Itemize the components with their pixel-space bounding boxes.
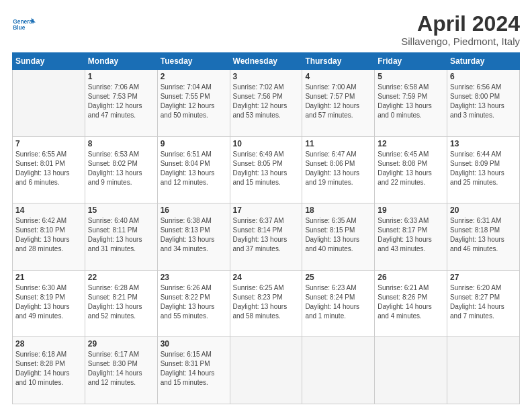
day-info: Sunrise: 6:18 AM Sunset: 8:28 PM Dayligh… bbox=[15, 350, 82, 387]
day-info: Sunrise: 6:56 AM Sunset: 8:00 PM Dayligh… bbox=[450, 83, 517, 120]
table-row: 14Sunrise: 6:42 AM Sunset: 8:10 PM Dayli… bbox=[13, 203, 85, 271]
page-subtitle: Sillavengo, Piedmont, Italy bbox=[401, 36, 520, 47]
day-number: 24 bbox=[233, 273, 300, 282]
day-info: Sunrise: 6:53 AM Sunset: 8:02 PM Dayligh… bbox=[88, 150, 154, 187]
table-row: 25Sunrise: 6:23 AM Sunset: 8:24 PM Dayli… bbox=[302, 270, 375, 337]
table-row: 26Sunrise: 6:21 AM Sunset: 8:26 PM Dayli… bbox=[375, 270, 447, 337]
day-info: Sunrise: 6:20 AM Sunset: 8:27 PM Dayligh… bbox=[450, 283, 517, 321]
day-number: 27 bbox=[450, 273, 517, 282]
table-row: 30Sunrise: 6:15 AM Sunset: 8:31 PM Dayli… bbox=[157, 337, 230, 404]
table-row: 10Sunrise: 6:49 AM Sunset: 8:05 PM Dayli… bbox=[230, 136, 302, 203]
day-info: Sunrise: 6:38 AM Sunset: 8:13 PM Dayligh… bbox=[161, 216, 227, 254]
day-number: 12 bbox=[378, 139, 444, 148]
col-wednesday: Wednesday bbox=[230, 53, 302, 70]
table-row bbox=[230, 337, 302, 404]
day-info: Sunrise: 6:44 AM Sunset: 8:09 PM Dayligh… bbox=[450, 150, 517, 187]
table-row: 29Sunrise: 6:17 AM Sunset: 8:30 PM Dayli… bbox=[85, 337, 157, 404]
day-info: Sunrise: 6:49 AM Sunset: 8:05 PM Dayligh… bbox=[233, 150, 300, 187]
day-number: 14 bbox=[15, 205, 82, 215]
day-number: 2 bbox=[161, 72, 227, 81]
day-number: 13 bbox=[450, 139, 517, 148]
day-info: Sunrise: 6:26 AM Sunset: 8:22 PM Dayligh… bbox=[161, 283, 227, 321]
table-row: 22Sunrise: 6:28 AM Sunset: 8:21 PM Dayli… bbox=[85, 270, 157, 337]
day-number: 22 bbox=[88, 273, 154, 282]
day-info: Sunrise: 6:21 AM Sunset: 8:26 PM Dayligh… bbox=[378, 283, 444, 321]
day-info: Sunrise: 6:23 AM Sunset: 8:24 PM Dayligh… bbox=[305, 283, 371, 321]
table-row: 8Sunrise: 6:53 AM Sunset: 8:02 PM Daylig… bbox=[85, 136, 157, 203]
table-row: 20Sunrise: 6:31 AM Sunset: 8:18 PM Dayli… bbox=[447, 203, 520, 271]
table-row: 21Sunrise: 6:30 AM Sunset: 8:19 PM Dayli… bbox=[13, 270, 85, 337]
table-row bbox=[13, 70, 85, 137]
col-monday: Monday bbox=[85, 53, 157, 70]
day-number: 16 bbox=[161, 205, 227, 215]
table-row: 17Sunrise: 6:37 AM Sunset: 8:14 PM Dayli… bbox=[230, 203, 302, 271]
day-number: 17 bbox=[233, 205, 300, 215]
day-info: Sunrise: 6:25 AM Sunset: 8:23 PM Dayligh… bbox=[233, 283, 300, 321]
day-number: 26 bbox=[378, 273, 444, 282]
table-row: 28Sunrise: 6:18 AM Sunset: 8:28 PM Dayli… bbox=[13, 337, 85, 404]
day-info: Sunrise: 7:00 AM Sunset: 7:57 PM Dayligh… bbox=[305, 83, 371, 120]
day-number: 3 bbox=[233, 72, 300, 81]
day-info: Sunrise: 6:17 AM Sunset: 8:30 PM Dayligh… bbox=[88, 350, 154, 387]
day-number: 1 bbox=[88, 72, 154, 81]
day-info: Sunrise: 6:15 AM Sunset: 8:31 PM Dayligh… bbox=[161, 350, 227, 387]
day-info: Sunrise: 6:42 AM Sunset: 8:10 PM Dayligh… bbox=[15, 216, 82, 254]
day-info: Sunrise: 6:40 AM Sunset: 8:11 PM Dayligh… bbox=[88, 216, 154, 254]
day-number: 11 bbox=[305, 139, 371, 148]
day-number: 21 bbox=[15, 273, 82, 282]
col-friday: Friday bbox=[375, 53, 447, 70]
page: General Blue April 2024 Sillavengo, Pied… bbox=[0, 0, 532, 411]
table-row: 1Sunrise: 7:06 AM Sunset: 7:53 PM Daylig… bbox=[85, 70, 157, 137]
table-row: 6Sunrise: 6:56 AM Sunset: 8:00 PM Daylig… bbox=[447, 70, 520, 137]
table-row: 27Sunrise: 6:20 AM Sunset: 8:27 PM Dayli… bbox=[447, 270, 520, 337]
day-number: 5 bbox=[378, 72, 444, 81]
table-row bbox=[447, 337, 520, 404]
svg-text:General: General bbox=[13, 18, 34, 25]
day-number: 20 bbox=[450, 205, 517, 215]
title-block: April 2024 Sillavengo, Piedmont, Italy bbox=[401, 12, 520, 47]
col-sunday: Sunday bbox=[13, 53, 85, 70]
page-title: April 2024 bbox=[401, 12, 520, 36]
svg-text:Blue: Blue bbox=[13, 24, 26, 31]
day-number: 9 bbox=[161, 139, 227, 148]
day-info: Sunrise: 6:58 AM Sunset: 7:59 PM Dayligh… bbox=[378, 83, 444, 120]
calendar-week-row: 14Sunrise: 6:42 AM Sunset: 8:10 PM Dayli… bbox=[13, 203, 520, 271]
logo-svg: General Blue bbox=[12, 12, 36, 36]
day-number: 15 bbox=[88, 205, 154, 215]
day-info: Sunrise: 6:37 AM Sunset: 8:14 PM Dayligh… bbox=[233, 216, 300, 254]
day-number: 4 bbox=[305, 72, 371, 81]
table-row: 24Sunrise: 6:25 AM Sunset: 8:23 PM Dayli… bbox=[230, 270, 302, 337]
day-info: Sunrise: 6:30 AM Sunset: 8:19 PM Dayligh… bbox=[15, 283, 82, 321]
calendar-week-row: 28Sunrise: 6:18 AM Sunset: 8:28 PM Dayli… bbox=[13, 337, 520, 404]
table-row: 3Sunrise: 7:02 AM Sunset: 7:56 PM Daylig… bbox=[230, 70, 302, 137]
day-number: 8 bbox=[88, 139, 154, 148]
day-number: 19 bbox=[378, 205, 444, 215]
day-number: 25 bbox=[305, 273, 371, 282]
calendar-week-row: 1Sunrise: 7:06 AM Sunset: 7:53 PM Daylig… bbox=[13, 70, 520, 137]
table-row: 19Sunrise: 6:33 AM Sunset: 8:17 PM Dayli… bbox=[375, 203, 447, 271]
day-number: 29 bbox=[88, 339, 154, 349]
table-row: 9Sunrise: 6:51 AM Sunset: 8:04 PM Daylig… bbox=[157, 136, 230, 203]
day-info: Sunrise: 7:06 AM Sunset: 7:53 PM Dayligh… bbox=[88, 83, 154, 120]
col-saturday: Saturday bbox=[447, 53, 520, 70]
col-tuesday: Tuesday bbox=[157, 53, 230, 70]
day-info: Sunrise: 6:28 AM Sunset: 8:21 PM Dayligh… bbox=[88, 283, 154, 321]
day-info: Sunrise: 6:35 AM Sunset: 8:15 PM Dayligh… bbox=[305, 216, 371, 254]
calendar-header-row: Sunday Monday Tuesday Wednesday Thursday… bbox=[13, 53, 520, 70]
table-row: 13Sunrise: 6:44 AM Sunset: 8:09 PM Dayli… bbox=[447, 136, 520, 203]
day-info: Sunrise: 7:02 AM Sunset: 7:56 PM Dayligh… bbox=[233, 83, 300, 120]
day-number: 30 bbox=[161, 339, 227, 349]
table-row: 12Sunrise: 6:45 AM Sunset: 8:08 PM Dayli… bbox=[375, 136, 447, 203]
table-row bbox=[375, 337, 447, 404]
day-info: Sunrise: 6:47 AM Sunset: 8:06 PM Dayligh… bbox=[305, 150, 371, 187]
table-row: 11Sunrise: 6:47 AM Sunset: 8:06 PM Dayli… bbox=[302, 136, 375, 203]
logo: General Blue bbox=[12, 12, 36, 36]
day-number: 18 bbox=[305, 205, 371, 215]
day-number: 6 bbox=[450, 72, 517, 81]
table-row: 2Sunrise: 7:04 AM Sunset: 7:55 PM Daylig… bbox=[157, 70, 230, 137]
calendar-week-row: 21Sunrise: 6:30 AM Sunset: 8:19 PM Dayli… bbox=[13, 270, 520, 337]
table-row: 15Sunrise: 6:40 AM Sunset: 8:11 PM Dayli… bbox=[85, 203, 157, 271]
day-number: 10 bbox=[233, 139, 300, 148]
table-row: 4Sunrise: 7:00 AM Sunset: 7:57 PM Daylig… bbox=[302, 70, 375, 137]
day-number: 28 bbox=[15, 339, 82, 349]
